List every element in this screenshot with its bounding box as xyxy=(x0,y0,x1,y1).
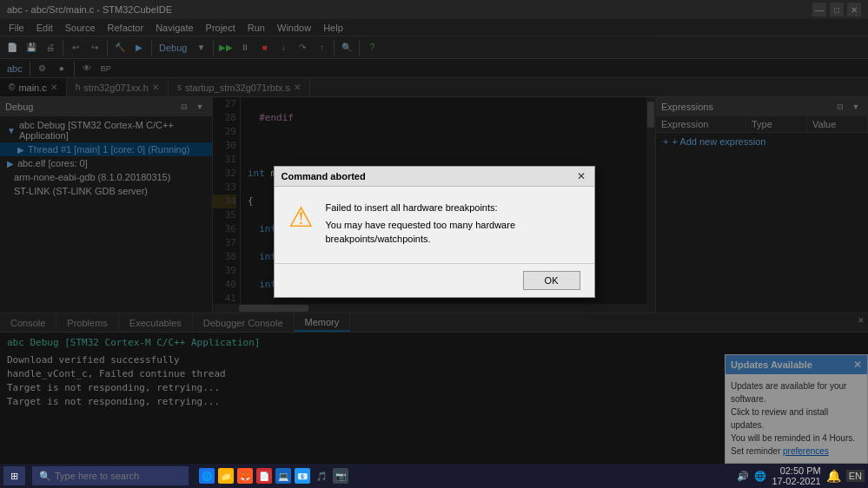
taskbar-app-ide[interactable]: 💻 xyxy=(275,468,291,484)
dialog-message: Failed to insert all hardware breakpoint… xyxy=(326,201,580,249)
dialog-title: Command aborted xyxy=(282,171,366,181)
taskbar-app-firefox[interactable]: 🦊 xyxy=(237,468,253,484)
taskbar-app-acrobat[interactable]: 📄 xyxy=(256,468,272,484)
taskbar-language-icon[interactable]: EN xyxy=(846,470,865,482)
taskbar-speaker-icon[interactable]: 🔊 xyxy=(737,471,749,482)
dialog-close-button[interactable]: ✕ xyxy=(575,170,587,182)
taskbar-app-explorer[interactable]: 📁 xyxy=(218,468,234,484)
command-aborted-dialog: Command aborted ✕ ⚠ Failed to insert all… xyxy=(274,166,595,298)
taskbar-time: 02:50 PM xyxy=(772,465,820,476)
taskbar-notification-icon[interactable]: 🔔 xyxy=(826,469,841,483)
taskbar-right: 🔊 🌐 02:50 PM 17-02-2021 🔔 EN xyxy=(737,465,865,486)
taskbar-search-input[interactable] xyxy=(55,471,176,481)
dialog-ok-button[interactable]: OK xyxy=(523,271,580,290)
dialog-footer: OK xyxy=(275,263,594,297)
warning-icon: ⚠ xyxy=(288,201,314,234)
taskbar-date: 17-02-2021 xyxy=(772,476,820,486)
start-button[interactable]: ⊞ xyxy=(3,466,25,485)
taskbar-left: ⊞ 🔍 🌐 📁 🦊 📄 💻 📧 🎵 📷 xyxy=(3,466,348,485)
taskbar: ⊞ 🔍 🌐 📁 🦊 📄 💻 📧 🎵 📷 🔊 🌐 02:50 PM 17-02-2… xyxy=(0,464,868,488)
dialog-message-line1: Failed to insert all hardware breakpoint… xyxy=(326,201,580,214)
dialog-message-line2: You may have requested too many hardware… xyxy=(326,218,580,246)
dialog-overlay: Command aborted ✕ ⚠ Failed to insert all… xyxy=(0,0,868,464)
taskbar-app-media[interactable]: 🎵 xyxy=(314,468,329,484)
dialog-body: ⚠ Failed to insert all hardware breakpoi… xyxy=(275,187,594,263)
search-box[interactable]: 🔍 xyxy=(32,466,189,485)
taskbar-clock[interactable]: 02:50 PM 17-02-2021 xyxy=(772,465,820,486)
search-icon: 🔍 xyxy=(39,471,51,482)
taskbar-app-camera[interactable]: 📷 xyxy=(333,468,348,484)
dialog-titlebar: Command aborted ✕ xyxy=(275,167,594,187)
taskbar-app-browser[interactable]: 🌐 xyxy=(199,468,215,484)
taskbar-network-icon[interactable]: 🌐 xyxy=(754,471,766,482)
taskbar-app-mail[interactable]: 📧 xyxy=(295,468,310,484)
